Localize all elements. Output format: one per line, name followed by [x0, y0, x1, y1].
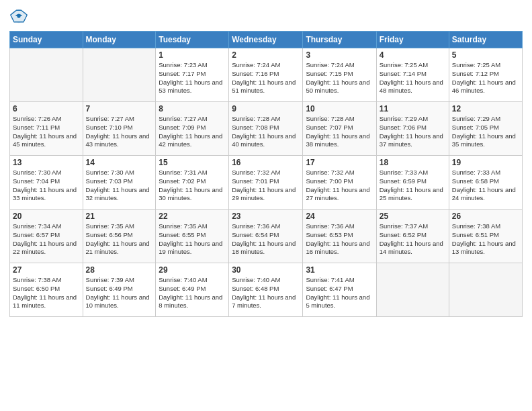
calendar-cell: 22Sunrise: 7:35 AMSunset: 6:55 PMDayligh…: [156, 210, 229, 263]
calendar-cell: 8Sunrise: 7:27 AMSunset: 7:09 PMDaylight…: [156, 102, 229, 156]
day-number: 4: [380, 50, 446, 60]
day-number: 27: [13, 265, 80, 275]
calendar-cell: 31Sunrise: 7:41 AMSunset: 6:47 PMDayligh…: [303, 263, 376, 317]
day-info: Sunrise: 7:29 AMSunset: 7:05 PMDaylight:…: [452, 115, 519, 149]
day-number: 23: [232, 212, 300, 221]
day-info: Sunrise: 7:34 AMSunset: 6:57 PMDaylight:…: [13, 222, 80, 257]
day-number: 18: [380, 158, 446, 167]
day-info: Sunrise: 7:25 AMSunset: 7:12 PMDaylight:…: [452, 61, 519, 95]
day-number: 3: [306, 50, 373, 60]
day-info: Sunrise: 7:36 AMSunset: 6:53 PMDaylight:…: [306, 222, 373, 257]
calendar-cell: 26Sunrise: 7:38 AMSunset: 6:51 PMDayligh…: [449, 210, 522, 263]
day-info: Sunrise: 7:25 AMSunset: 7:14 PMDaylight:…: [380, 61, 446, 95]
day-number: 28: [86, 265, 153, 275]
calendar-cell: 17Sunrise: 7:32 AMSunset: 7:00 PMDayligh…: [303, 156, 376, 210]
day-number: 14: [86, 158, 153, 167]
calendar-cell: 30Sunrise: 7:40 AMSunset: 6:48 PMDayligh…: [229, 263, 303, 317]
calendar-cell: 3Sunrise: 7:24 AMSunset: 7:15 PMDaylight…: [303, 48, 376, 102]
day-info: Sunrise: 7:40 AMSunset: 6:48 PMDaylight:…: [232, 276, 300, 310]
day-info: Sunrise: 7:24 AMSunset: 7:16 PMDaylight:…: [232, 61, 300, 95]
calendar-cell: 28Sunrise: 7:39 AMSunset: 6:49 PMDayligh…: [83, 263, 156, 317]
calendar-cell: 20Sunrise: 7:34 AMSunset: 6:57 PMDayligh…: [10, 210, 83, 263]
calendar-cell: 6Sunrise: 7:26 AMSunset: 7:11 PMDaylight…: [10, 102, 83, 156]
day-number: 2: [232, 50, 300, 60]
calendar-cell: 10Sunrise: 7:28 AMSunset: 7:07 PMDayligh…: [303, 102, 376, 156]
svg-point-2: [17, 14, 20, 17]
weekday-header-sunday: Sunday: [10, 32, 83, 48]
day-info: Sunrise: 7:40 AMSunset: 6:49 PMDaylight:…: [159, 276, 226, 310]
calendar-cell: 14Sunrise: 7:30 AMSunset: 7:03 PMDayligh…: [83, 156, 156, 210]
day-info: Sunrise: 7:27 AMSunset: 7:10 PMDaylight:…: [86, 115, 153, 149]
calendar-cell: 11Sunrise: 7:29 AMSunset: 7:06 PMDayligh…: [376, 102, 449, 156]
calendar-table: SundayMondayTuesdayWednesdayThursdayFrid…: [9, 31, 523, 317]
day-number: 26: [452, 212, 519, 221]
calendar-cell: 21Sunrise: 7:35 AMSunset: 6:56 PMDayligh…: [83, 210, 156, 263]
day-number: 29: [159, 265, 226, 275]
day-info: Sunrise: 7:32 AMSunset: 7:00 PMDaylight:…: [306, 169, 373, 203]
day-info: Sunrise: 7:28 AMSunset: 7:08 PMDaylight:…: [232, 115, 300, 149]
day-number: 13: [13, 158, 80, 167]
day-info: Sunrise: 7:30 AMSunset: 7:03 PMDaylight:…: [86, 169, 153, 203]
day-info: Sunrise: 7:39 AMSunset: 6:49 PMDaylight:…: [86, 276, 153, 310]
week-row-2: 6Sunrise: 7:26 AMSunset: 7:11 PMDaylight…: [10, 102, 523, 156]
day-info: Sunrise: 7:37 AMSunset: 6:52 PMDaylight:…: [380, 222, 446, 257]
day-number: 15: [159, 158, 226, 167]
day-info: Sunrise: 7:35 AMSunset: 6:56 PMDaylight:…: [86, 222, 153, 257]
day-info: Sunrise: 7:26 AMSunset: 7:11 PMDaylight:…: [13, 115, 80, 149]
day-info: Sunrise: 7:28 AMSunset: 7:07 PMDaylight:…: [306, 115, 373, 149]
day-info: Sunrise: 7:38 AMSunset: 6:51 PMDaylight:…: [452, 222, 519, 257]
day-number: 6: [13, 104, 80, 113]
calendar-cell: 23Sunrise: 7:36 AMSunset: 6:54 PMDayligh…: [229, 210, 303, 263]
calendar-cell: 1Sunrise: 7:23 AMSunset: 7:17 PMDaylight…: [156, 48, 229, 102]
day-number: 30: [232, 265, 300, 275]
calendar-cell: 25Sunrise: 7:37 AMSunset: 6:52 PMDayligh…: [376, 210, 449, 263]
day-info: Sunrise: 7:24 AMSunset: 7:15 PMDaylight:…: [306, 61, 373, 95]
day-number: 19: [452, 158, 519, 167]
day-number: 17: [306, 158, 373, 167]
calendar-cell: 4Sunrise: 7:25 AMSunset: 7:14 PMDaylight…: [376, 48, 449, 102]
day-info: Sunrise: 7:31 AMSunset: 7:02 PMDaylight:…: [159, 169, 226, 203]
calendar-cell: 13Sunrise: 7:30 AMSunset: 7:04 PMDayligh…: [10, 156, 83, 210]
day-number: 24: [306, 212, 373, 221]
day-number: 11: [380, 104, 446, 113]
calendar-cell: 24Sunrise: 7:36 AMSunset: 6:53 PMDayligh…: [303, 210, 376, 263]
calendar-cell: 9Sunrise: 7:28 AMSunset: 7:08 PMDaylight…: [229, 102, 303, 156]
calendar-cell: [376, 263, 449, 317]
calendar-cell: 15Sunrise: 7:31 AMSunset: 7:02 PMDayligh…: [156, 156, 229, 210]
weekday-header-row: SundayMondayTuesdayWednesdayThursdayFrid…: [10, 32, 523, 48]
calendar-cell: 5Sunrise: 7:25 AMSunset: 7:12 PMDaylight…: [449, 48, 522, 102]
calendar-cell: 29Sunrise: 7:40 AMSunset: 6:49 PMDayligh…: [156, 263, 229, 317]
calendar-cell: 7Sunrise: 7:27 AMSunset: 7:10 PMDaylight…: [83, 102, 156, 156]
day-number: 21: [86, 212, 153, 221]
day-info: Sunrise: 7:27 AMSunset: 7:09 PMDaylight:…: [159, 115, 226, 149]
day-info: Sunrise: 7:29 AMSunset: 7:06 PMDaylight:…: [380, 115, 446, 149]
day-number: 10: [306, 104, 373, 113]
day-number: 9: [232, 104, 300, 113]
week-row-3: 13Sunrise: 7:30 AMSunset: 7:04 PMDayligh…: [10, 156, 523, 210]
day-number: 12: [452, 104, 519, 113]
weekday-header-saturday: Saturday: [449, 32, 522, 48]
day-number: 25: [380, 212, 446, 221]
day-number: 31: [306, 265, 373, 275]
day-number: 16: [232, 158, 300, 167]
day-info: Sunrise: 7:33 AMSunset: 6:58 PMDaylight:…: [452, 169, 519, 203]
week-row-4: 20Sunrise: 7:34 AMSunset: 6:57 PMDayligh…: [10, 210, 523, 263]
day-number: 5: [452, 50, 519, 60]
day-info: Sunrise: 7:35 AMSunset: 6:55 PMDaylight:…: [159, 222, 226, 257]
week-row-5: 27Sunrise: 7:38 AMSunset: 6:50 PMDayligh…: [10, 263, 523, 317]
calendar-cell: 12Sunrise: 7:29 AMSunset: 7:05 PMDayligh…: [449, 102, 522, 156]
day-info: Sunrise: 7:30 AMSunset: 7:04 PMDaylight:…: [13, 169, 80, 203]
weekday-header-wednesday: Wednesday: [229, 32, 303, 48]
day-number: 22: [159, 212, 226, 221]
day-info: Sunrise: 7:41 AMSunset: 6:47 PMDaylight:…: [306, 276, 373, 310]
weekday-header-tuesday: Tuesday: [156, 32, 229, 48]
day-info: Sunrise: 7:36 AMSunset: 6:54 PMDaylight:…: [232, 222, 300, 257]
calendar-cell: 27Sunrise: 7:38 AMSunset: 6:50 PMDayligh…: [10, 263, 83, 317]
calendar-cell: 2Sunrise: 7:24 AMSunset: 7:16 PMDaylight…: [229, 48, 303, 102]
calendar-cell: 18Sunrise: 7:33 AMSunset: 6:59 PMDayligh…: [376, 156, 449, 210]
logo-icon: [9, 7, 28, 26]
day-info: Sunrise: 7:33 AMSunset: 6:59 PMDaylight:…: [380, 169, 446, 203]
day-info: Sunrise: 7:32 AMSunset: 7:01 PMDaylight:…: [232, 169, 300, 203]
day-info: Sunrise: 7:38 AMSunset: 6:50 PMDaylight:…: [13, 276, 80, 310]
logo: [9, 7, 31, 26]
